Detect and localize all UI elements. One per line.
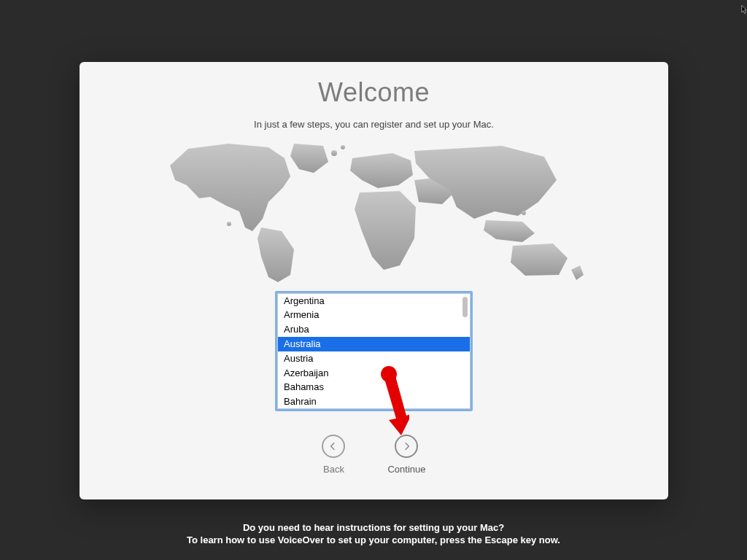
arrow-left-icon bbox=[322, 435, 345, 458]
country-list-focus-ring: ArgentinaArmeniaArubaAustraliaAustriaAze… bbox=[275, 291, 473, 411]
nav-row: Back Continue bbox=[80, 435, 668, 475]
svg-point-3 bbox=[522, 211, 526, 215]
voiceover-hint-line2: To learn how to use VoiceOver to set up … bbox=[0, 534, 747, 547]
voiceover-hint-line1: Do you need to hear instructions for set… bbox=[0, 521, 747, 534]
world-map bbox=[159, 140, 589, 282]
country-option[interactable]: Bahamas bbox=[278, 380, 470, 394]
svg-point-0 bbox=[331, 150, 337, 156]
page-subtitle: In just a few steps, you can register an… bbox=[80, 119, 668, 130]
cursor-icon bbox=[741, 4, 747, 15]
svg-point-1 bbox=[341, 145, 345, 149]
country-option[interactable]: Bahrain bbox=[278, 394, 470, 408]
country-list[interactable]: ArgentinaArmeniaArubaAustraliaAustriaAze… bbox=[277, 293, 471, 409]
country-option[interactable]: Azerbaijan bbox=[278, 366, 470, 381]
country-option[interactable]: Austria bbox=[278, 351, 470, 366]
arrow-right-icon bbox=[395, 435, 418, 458]
continue-button-label: Continue bbox=[387, 464, 425, 475]
country-option[interactable]: Aruba bbox=[278, 322, 470, 337]
page-title: Welcome bbox=[80, 78, 668, 107]
scrollbar-thumb[interactable] bbox=[462, 297, 468, 317]
voiceover-hint: Do you need to hear instructions for set… bbox=[0, 521, 747, 547]
back-button-label: Back bbox=[323, 464, 344, 475]
country-option[interactable]: Argentina bbox=[278, 294, 470, 308]
setup-assistant-panel: Welcome In just a few steps, you can reg… bbox=[80, 62, 668, 499]
back-button[interactable]: Back bbox=[322, 435, 345, 475]
country-option[interactable]: Australia bbox=[278, 337, 470, 351]
continue-button[interactable]: Continue bbox=[387, 435, 425, 475]
country-option[interactable]: Armenia bbox=[278, 308, 470, 322]
svg-point-2 bbox=[227, 222, 231, 226]
